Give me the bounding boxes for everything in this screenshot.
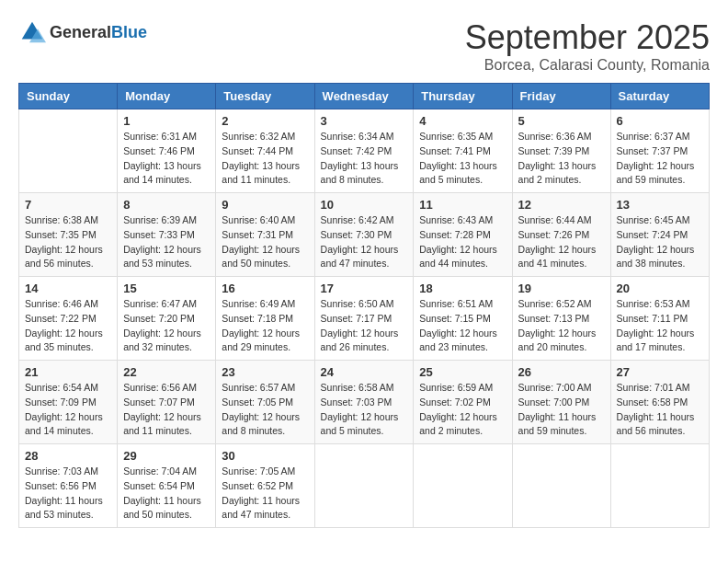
day-info: Sunrise: 6:31 AMSunset: 7:46 PMDaylight:…	[123, 130, 210, 188]
daylight-text: Daylight: 12 hours and 23 minutes.	[419, 327, 506, 356]
sunset-text: Sunset: 7:13 PM	[518, 312, 605, 327]
day-info: Sunrise: 6:47 AMSunset: 7:20 PMDaylight:…	[123, 297, 210, 355]
day-number: 11	[419, 198, 506, 212]
daylight-text: Daylight: 11 hours and 50 minutes.	[123, 494, 210, 523]
calendar-cell: 21Sunrise: 6:54 AMSunset: 7:09 PMDayligh…	[19, 361, 118, 444]
day-info: Sunrise: 6:52 AMSunset: 7:13 PMDaylight:…	[518, 297, 605, 355]
calendar-cell: 3Sunrise: 6:34 AMSunset: 7:42 PMDaylight…	[314, 109, 414, 193]
day-number: 6	[617, 114, 703, 128]
calendar-cell: 29Sunrise: 7:04 AMSunset: 6:54 PMDayligh…	[118, 444, 216, 528]
sunrise-text: Sunrise: 6:56 AM	[123, 381, 210, 396]
title-area: September 2025 Borcea, Calarasi County, …	[465, 18, 710, 74]
calendar-cell: 5Sunrise: 6:36 AMSunset: 7:39 PMDaylight…	[512, 109, 610, 193]
logo-icon	[18, 18, 46, 46]
calendar-cell: 8Sunrise: 6:39 AMSunset: 7:33 PMDaylight…	[118, 193, 216, 277]
sunrise-text: Sunrise: 6:44 AM	[518, 213, 605, 228]
calendar-cell: 18Sunrise: 6:51 AMSunset: 7:15 PMDayligh…	[414, 277, 512, 361]
calendar-cell: 30Sunrise: 7:05 AMSunset: 6:52 PMDayligh…	[216, 444, 314, 528]
sunrise-text: Sunrise: 7:04 AM	[123, 465, 210, 479]
day-info: Sunrise: 6:35 AMSunset: 7:41 PMDaylight:…	[419, 130, 506, 188]
sunset-text: Sunset: 7:35 PM	[25, 228, 111, 243]
day-info: Sunrise: 6:57 AMSunset: 7:05 PMDaylight:…	[222, 381, 308, 439]
day-info: Sunrise: 6:50 AMSunset: 7:17 PMDaylight:…	[321, 297, 408, 355]
sunset-text: Sunset: 7:24 PM	[617, 228, 703, 243]
sunset-text: Sunset: 7:37 PM	[617, 144, 703, 159]
daylight-text: Daylight: 12 hours and 53 minutes.	[123, 243, 210, 272]
day-info: Sunrise: 7:01 AMSunset: 6:58 PMDaylight:…	[617, 381, 703, 439]
weekday-header-monday: Monday	[118, 84, 216, 109]
sunrise-text: Sunrise: 6:39 AM	[123, 213, 210, 228]
sunset-text: Sunset: 7:42 PM	[321, 144, 408, 159]
calendar-cell	[610, 444, 709, 528]
week-row-3: 14Sunrise: 6:46 AMSunset: 7:22 PMDayligh…	[19, 277, 710, 361]
weekday-header-friday: Friday	[512, 84, 610, 109]
day-number: 16	[222, 282, 308, 295]
calendar-cell: 16Sunrise: 6:49 AMSunset: 7:18 PMDayligh…	[216, 277, 314, 361]
day-info: Sunrise: 7:03 AMSunset: 6:56 PMDaylight:…	[25, 465, 111, 523]
sunrise-text: Sunrise: 6:59 AM	[419, 381, 506, 396]
daylight-text: Daylight: 11 hours and 47 minutes.	[222, 494, 308, 523]
daylight-text: Daylight: 12 hours and 17 minutes.	[617, 327, 703, 356]
sunset-text: Sunset: 7:02 PM	[419, 396, 506, 410]
day-info: Sunrise: 6:39 AMSunset: 7:33 PMDaylight:…	[123, 213, 210, 271]
sunset-text: Sunset: 7:41 PM	[419, 144, 506, 159]
calendar-cell: 28Sunrise: 7:03 AMSunset: 6:56 PMDayligh…	[19, 444, 118, 528]
sunset-text: Sunset: 7:33 PM	[123, 228, 210, 243]
calendar-cell	[512, 444, 610, 528]
calendar-cell: 13Sunrise: 6:45 AMSunset: 7:24 PMDayligh…	[610, 193, 709, 277]
day-number: 26	[518, 365, 605, 379]
weekday-header-saturday: Saturday	[610, 84, 709, 109]
sunrise-text: Sunrise: 6:31 AM	[123, 130, 210, 144]
sunset-text: Sunset: 7:39 PM	[518, 144, 605, 159]
daylight-text: Daylight: 13 hours and 5 minutes.	[419, 159, 506, 189]
sunrise-text: Sunrise: 6:45 AM	[617, 213, 703, 228]
sunrise-text: Sunrise: 6:42 AM	[321, 213, 408, 228]
day-info: Sunrise: 6:56 AMSunset: 7:07 PMDaylight:…	[123, 381, 210, 439]
logo-text-blue: Blue	[111, 23, 147, 41]
calendar-cell: 1Sunrise: 6:31 AMSunset: 7:46 PMDaylight…	[118, 109, 216, 193]
day-info: Sunrise: 6:58 AMSunset: 7:03 PMDaylight:…	[321, 381, 408, 439]
daylight-text: Daylight: 12 hours and 14 minutes.	[25, 410, 111, 440]
sunset-text: Sunset: 7:20 PM	[123, 312, 210, 327]
location-title: Borcea, Calarasi County, Romania	[465, 57, 710, 74]
daylight-text: Daylight: 12 hours and 59 minutes.	[617, 159, 703, 189]
month-title: September 2025	[465, 18, 710, 57]
day-info: Sunrise: 6:46 AMSunset: 7:22 PMDaylight:…	[25, 297, 111, 355]
sunrise-text: Sunrise: 7:05 AM	[222, 465, 308, 479]
sunset-text: Sunset: 6:58 PM	[617, 396, 703, 410]
day-number: 4	[419, 114, 506, 128]
sunrise-text: Sunrise: 6:54 AM	[25, 381, 111, 396]
day-info: Sunrise: 6:53 AMSunset: 7:11 PMDaylight:…	[617, 297, 703, 355]
day-info: Sunrise: 6:49 AMSunset: 7:18 PMDaylight:…	[222, 297, 308, 355]
sunset-text: Sunset: 7:15 PM	[419, 312, 506, 327]
day-info: Sunrise: 7:00 AMSunset: 7:00 PMDaylight:…	[518, 381, 605, 439]
day-number: 23	[222, 365, 308, 379]
sunrise-text: Sunrise: 7:01 AM	[617, 381, 703, 396]
sunset-text: Sunset: 7:05 PM	[222, 396, 308, 410]
sunset-text: Sunset: 7:44 PM	[222, 144, 308, 159]
sunset-text: Sunset: 7:03 PM	[321, 396, 408, 410]
day-info: Sunrise: 6:38 AMSunset: 7:35 PMDaylight:…	[25, 213, 111, 271]
sunset-text: Sunset: 7:46 PM	[123, 144, 210, 159]
calendar-cell	[314, 444, 414, 528]
calendar: SundayMondayTuesdayWednesdayThursdayFrid…	[18, 83, 710, 528]
daylight-text: Daylight: 13 hours and 11 minutes.	[222, 159, 308, 189]
sunrise-text: Sunrise: 6:32 AM	[222, 130, 308, 144]
sunrise-text: Sunrise: 6:36 AM	[518, 130, 605, 144]
sunrise-text: Sunrise: 6:58 AM	[321, 381, 408, 396]
day-info: Sunrise: 6:32 AMSunset: 7:44 PMDaylight:…	[222, 130, 308, 188]
day-number: 22	[123, 365, 210, 379]
daylight-text: Daylight: 12 hours and 35 minutes.	[25, 327, 111, 356]
day-info: Sunrise: 7:04 AMSunset: 6:54 PMDaylight:…	[123, 465, 210, 523]
calendar-cell: 17Sunrise: 6:50 AMSunset: 7:17 PMDayligh…	[314, 277, 414, 361]
week-row-5: 28Sunrise: 7:03 AMSunset: 6:56 PMDayligh…	[19, 444, 710, 528]
sunset-text: Sunset: 7:28 PM	[419, 228, 506, 243]
daylight-text: Daylight: 12 hours and 20 minutes.	[518, 327, 605, 356]
sunrise-text: Sunrise: 6:46 AM	[25, 297, 111, 312]
day-number: 30	[222, 449, 308, 463]
calendar-cell: 11Sunrise: 6:43 AMSunset: 7:28 PMDayligh…	[414, 193, 512, 277]
sunrise-text: Sunrise: 6:47 AM	[123, 297, 210, 312]
sunrise-text: Sunrise: 6:50 AM	[321, 297, 408, 312]
sunrise-text: Sunrise: 6:51 AM	[419, 297, 506, 312]
week-row-2: 7Sunrise: 6:38 AMSunset: 7:35 PMDaylight…	[19, 193, 710, 277]
